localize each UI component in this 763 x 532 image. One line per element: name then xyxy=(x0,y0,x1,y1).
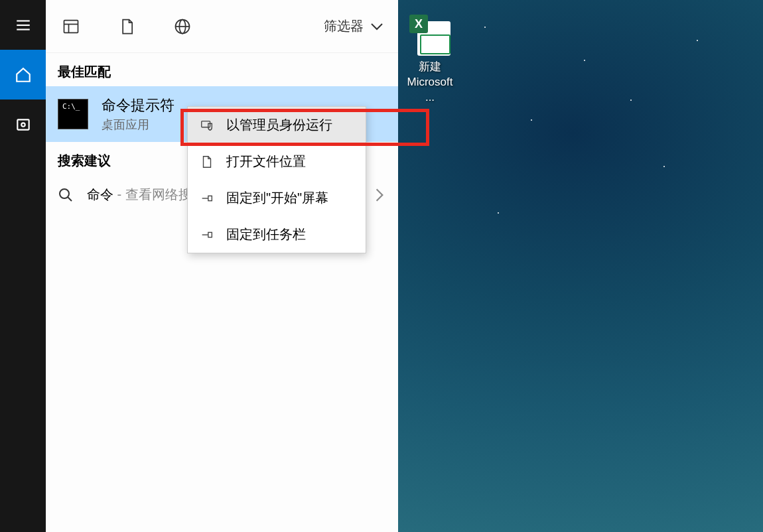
desktop-icon-excel[interactable]: X 新建 Microsoft ... xyxy=(402,15,458,105)
shield-icon xyxy=(200,118,214,133)
filter-tabs: 筛选器 xyxy=(46,0,398,53)
svg-point-4 xyxy=(21,123,25,126)
home-icon xyxy=(15,66,32,84)
pin-icon xyxy=(200,228,214,242)
menu-button[interactable] xyxy=(0,0,46,50)
result-subtitle: 桌面应用 xyxy=(102,117,174,133)
desktop-area[interactable]: X 新建 Microsoft ... xyxy=(398,0,763,532)
home-button[interactable] xyxy=(0,50,46,100)
settings-button[interactable] xyxy=(0,100,46,149)
ctx-open-location[interactable]: 打开文件位置 xyxy=(188,143,366,180)
tab-web[interactable] xyxy=(169,13,196,40)
excel-file-icon: X xyxy=(409,15,451,56)
best-match-header: 最佳匹配 xyxy=(46,53,398,86)
tab-documents[interactable] xyxy=(113,13,140,40)
svg-point-11 xyxy=(60,189,69,198)
filter-dropdown[interactable]: 筛选器 xyxy=(324,17,383,35)
card-icon xyxy=(15,116,32,133)
result-text: 命令提示符 桌面应用 xyxy=(102,96,174,133)
pin-icon xyxy=(200,191,214,206)
ctx-pin-start[interactable]: 固定到"开始"屏幕 xyxy=(188,180,366,216)
result-title: 命令提示符 xyxy=(102,96,174,115)
svg-rect-5 xyxy=(64,20,78,33)
ctx-label: 以管理员身份运行 xyxy=(226,116,332,134)
desktop-icon-label: 新建 Microsoft ... xyxy=(402,60,458,105)
context-menu: 以管理员身份运行 打开文件位置 固定到"开始"屏幕 固定到任务栏 xyxy=(187,106,366,253)
suggestion-text: 命令 - 查看网络搜 xyxy=(87,186,192,204)
search-results-panel: 筛选器 最佳匹配 C:\_ 命令提示符 桌面应用 搜索建议 命令 - 查看网络搜 xyxy=(46,0,398,532)
document-icon xyxy=(117,17,136,36)
suggestion-term: 命令 xyxy=(87,187,113,202)
filter-label: 筛选器 xyxy=(324,17,364,35)
svg-rect-3 xyxy=(17,119,29,129)
ctx-label: 固定到"开始"屏幕 xyxy=(226,189,328,207)
cmd-icon: C:\_ xyxy=(58,99,88,129)
cmd-icon-text: C:\_ xyxy=(62,102,80,111)
apps-icon xyxy=(62,17,80,36)
svg-rect-17 xyxy=(208,232,212,237)
ctx-run-as-admin[interactable]: 以管理员身份运行 xyxy=(188,107,366,143)
folder-icon xyxy=(200,155,214,169)
chevron-right-icon[interactable] xyxy=(372,187,387,203)
excel-badge: X xyxy=(409,15,428,33)
nav-sidebar xyxy=(0,0,46,532)
ctx-label: 固定到任务栏 xyxy=(226,226,306,243)
globe-icon xyxy=(173,17,192,36)
svg-line-12 xyxy=(68,197,72,201)
search-icon xyxy=(58,187,74,203)
chevron-down-icon xyxy=(370,22,383,31)
svg-rect-15 xyxy=(208,196,212,200)
hamburger-icon xyxy=(15,17,32,34)
ctx-label: 打开文件位置 xyxy=(226,153,306,170)
tab-apps[interactable] xyxy=(58,13,84,40)
ctx-pin-taskbar[interactable]: 固定到任务栏 xyxy=(188,216,366,253)
suggestion-hint: - 查看网络搜 xyxy=(113,187,192,202)
svg-rect-13 xyxy=(202,121,210,127)
